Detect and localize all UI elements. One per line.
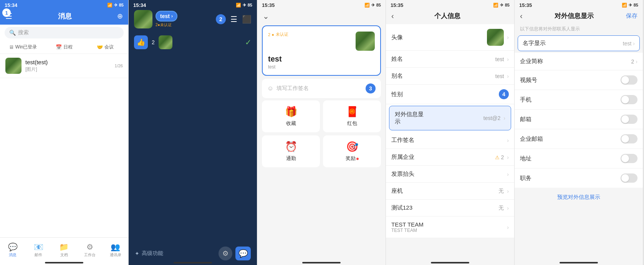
company-value: ⚠ 2 xyxy=(425,154,504,160)
contacts-nav-icon: 👥 xyxy=(111,242,120,252)
feature-rewards[interactable]: 🎯 奖励 xyxy=(323,135,381,167)
info-row-invoice[interactable]: 发票抬头 › xyxy=(386,166,514,183)
info-row-gender[interactable]: 性别 4 xyxy=(386,85,514,104)
email-toggle[interactable] xyxy=(621,115,637,124)
settings-list: 企业简称 2 › 视频号 手机 邮箱 企业邮箱 地址 xyxy=(515,53,643,188)
settings-row-work-email: 企业邮箱 xyxy=(515,129,643,149)
info-avatar-img xyxy=(487,29,504,46)
time-5: 15:35 xyxy=(519,2,532,8)
chat-name: test(test) xyxy=(25,59,111,65)
time-2: 15:34 xyxy=(133,2,146,8)
save-button[interactable]: 保存 xyxy=(626,12,637,20)
name-value: test xyxy=(425,56,504,62)
info-row-external[interactable]: 对外信息显示 test@2 › xyxy=(389,106,511,130)
unverified-badge: 2 ● 未认证 xyxy=(268,32,288,37)
feature-commute[interactable]: ⏰ 通勤 xyxy=(262,135,320,167)
badge-1: 1 xyxy=(2,8,11,17)
info-row-test123[interactable]: 测试123 无 › xyxy=(386,200,514,217)
quick-link-schedule[interactable]: 📅 日程 xyxy=(44,42,84,52)
work-email-toggle[interactable] xyxy=(621,134,637,143)
win-label: Win已登录 xyxy=(15,44,37,50)
back-arrow-4[interactable]: ‹ xyxy=(391,12,394,20)
video-toggle[interactable] xyxy=(621,75,637,85)
menu-icon-2[interactable]: ☰ xyxy=(230,15,237,24)
back-arrow-3[interactable]: ⌄ xyxy=(263,12,269,21)
check-icon: ✓ xyxy=(245,38,252,47)
info-row-avatar[interactable]: 头像 › xyxy=(386,24,514,51)
calendar-icon: 📅 xyxy=(56,44,62,50)
deskphone-arrow-icon: › xyxy=(507,188,509,194)
search-placeholder: 搜索 xyxy=(18,29,29,36)
like-button[interactable]: 👍 xyxy=(134,35,148,49)
chat-meta: 1/26 xyxy=(115,63,123,68)
phone-toggle[interactable] xyxy=(621,95,637,104)
preview-link[interactable]: 预览对外信息展示 xyxy=(515,188,643,207)
company-short-value: 2 xyxy=(631,58,634,65)
messages-button[interactable]: 💬 xyxy=(235,247,251,260)
chat-count: 1/26 xyxy=(115,63,123,68)
info-row-alias[interactable]: 别名 test › xyxy=(386,68,514,85)
deskphone-label: 座机 xyxy=(391,187,422,195)
qr-icon[interactable]: ⬛ xyxy=(242,15,252,24)
jobtitle-toggle[interactable] xyxy=(621,173,637,183)
header-1: ☰ 1 消息 ⊕ xyxy=(0,10,128,25)
contacts-nav-label: 通讯录 xyxy=(110,252,121,258)
schedule-label: 日程 xyxy=(63,44,73,50)
settings-row-phone: 手机 xyxy=(515,90,643,110)
deskphone-value: 无 xyxy=(425,188,504,195)
gear-button[interactable]: ⚙ xyxy=(219,247,232,260)
chat-avatar xyxy=(5,58,22,74)
search-bar[interactable]: 🔍 搜索 xyxy=(5,27,124,38)
nav-contacts[interactable]: 👥 通讯录 xyxy=(103,238,128,262)
nav-mail[interactable]: 📧 邮件 xyxy=(26,238,51,262)
quick-link-meeting[interactable]: 🤝 会议 xyxy=(86,42,125,52)
bottom-nav: 💬 消息 📧 邮件 📁 文档 ⚙ 工作台 👥 通讯录 xyxy=(0,237,128,265)
status-icons-5: 📶 ✈ 85 xyxy=(622,3,638,8)
address-toggle[interactable] xyxy=(621,154,637,163)
quick-link-win[interactable]: 🖥 Win已登录 xyxy=(3,42,43,52)
profile-card-avatar xyxy=(356,32,375,51)
workspace-nav-label: 工作台 xyxy=(84,252,96,258)
company-short-arrow: › xyxy=(636,58,637,65)
profile-avatar-2[interactable] xyxy=(134,10,152,28)
time-3: 15:35 xyxy=(262,2,275,8)
status-bar-2: 15:34 📶 ✈ 85 xyxy=(129,0,257,10)
company-label: 所属企业 xyxy=(391,153,422,161)
settings-row-jobtitle: 职务 xyxy=(515,168,643,188)
work-signature[interactable]: ☺ 填写工作签名 3 xyxy=(262,79,381,98)
alias-value: test xyxy=(425,73,504,79)
alias-arrow-icon: › xyxy=(507,73,509,79)
feature-favorites[interactable]: 🎁 收藏 xyxy=(262,100,320,132)
quick-links: 🖥 Win已登录 📅 日程 🤝 会议 xyxy=(0,41,128,54)
info-row-testteam[interactable]: TEST TEAM TEST TEAM › xyxy=(386,217,514,238)
nav-messages[interactable]: 💬 消息 xyxy=(0,238,26,262)
info-avatar xyxy=(487,29,504,46)
chat-item[interactable]: test(test) [图片] 1/26 xyxy=(0,54,128,78)
info-row-signature[interactable]: 工作签名 › xyxy=(386,132,514,149)
nav-docs[interactable]: 📁 文档 xyxy=(51,238,77,262)
screen-1: 15:34 📶 ✈ 85 ☰ 1 消息 ⊕ 🔍 搜索 🖥 Win已登录 📅 日程… xyxy=(0,0,129,265)
rewards-icon: 🎯 xyxy=(346,141,358,153)
badge-3: 3 xyxy=(366,83,376,93)
profile-name-badge[interactable]: test › xyxy=(156,11,177,22)
info-row-name[interactable]: 姓名 test › xyxy=(386,51,514,68)
feature-redpack[interactable]: 🧧 红包 xyxy=(323,100,381,132)
menu-btn[interactable]: ☰ 1 xyxy=(5,12,12,21)
back-arrow-5[interactable]: ‹ xyxy=(520,12,523,20)
settings-row-company[interactable]: 企业简称 2 › xyxy=(515,53,643,70)
external-label: 对外信息显示 xyxy=(395,111,425,125)
nav-workspace[interactable]: ⚙ 工作台 xyxy=(77,238,103,262)
info-row-company[interactable]: 所属企业 ⚠ 2 › xyxy=(386,149,514,166)
profile-name-area: test › 2●未认证 xyxy=(156,11,177,28)
star-icon: ✦ xyxy=(135,250,139,257)
screen4-header: ‹ 个人信息 xyxy=(386,10,514,24)
settings-row-video: 视频号 xyxy=(515,70,643,90)
name-input-row[interactable]: 名字显示 test › xyxy=(518,35,640,51)
chat-preview: [图片] xyxy=(25,66,111,73)
redpack-label: 红包 xyxy=(347,120,357,127)
profile-card-name: test xyxy=(268,55,375,63)
settings-row-email: 邮箱 xyxy=(515,110,643,129)
advanced-features[interactable]: ✦ 高级功能 xyxy=(135,250,163,257)
info-row-deskphone[interactable]: 座机 无 › xyxy=(386,183,514,200)
add-icon[interactable]: ⊕ xyxy=(117,12,123,20)
